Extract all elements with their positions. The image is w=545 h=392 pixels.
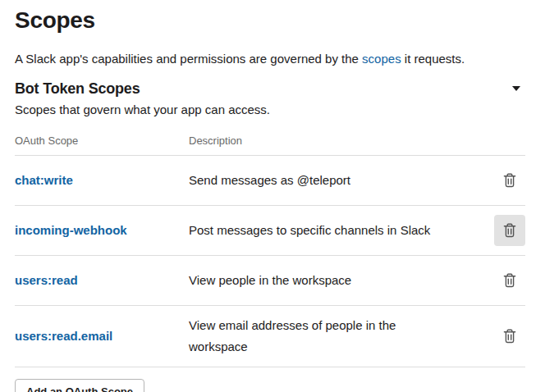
section-header: Bot Token Scopes	[15, 80, 525, 98]
scope-cell: chat:write	[15, 170, 189, 191]
scope-description: View email addresses of people in the wo…	[189, 315, 443, 358]
action-cell	[443, 215, 525, 246]
delete-scope-button[interactable]	[494, 265, 525, 296]
header-description: Description	[189, 134, 443, 148]
table-row: incoming-webhook Post messages to specif…	[15, 206, 525, 256]
scopes-page: Scopes A Slack app's capabilities and pe…	[0, 0, 545, 392]
intro-text: A Slack app's capabilities and permissio…	[15, 50, 525, 68]
trash-icon	[503, 273, 516, 288]
scopes-table: OAuth Scope Description chat:write Send …	[15, 134, 525, 367]
scope-cell: users:read.email	[15, 326, 189, 347]
add-oauth-scope-button[interactable]: Add an OAuth Scope	[15, 379, 144, 392]
header-oauth-scope: OAuth Scope	[15, 134, 189, 148]
table-body: chat:write Send messages as @teleport in…	[15, 156, 525, 367]
scope-link[interactable]: incoming-webhook	[15, 223, 127, 237]
caret-down-icon[interactable]	[512, 86, 520, 91]
trash-icon	[503, 223, 516, 238]
table-row: users:read View people in the workspace	[15, 256, 525, 306]
header-actions	[443, 134, 525, 148]
action-cell	[443, 265, 525, 296]
section-title: Bot Token Scopes	[15, 80, 140, 98]
scope-link[interactable]: users:read	[15, 273, 78, 287]
action-cell	[443, 165, 525, 196]
scope-description: Send messages as @teleport	[189, 170, 443, 191]
table-row: users:read.email View email addresses of…	[15, 306, 525, 367]
scope-description: View people in the workspace	[189, 270, 443, 291]
scope-link[interactable]: users:read.email	[15, 329, 112, 343]
intro-after: it requests.	[401, 52, 465, 66]
trash-icon	[503, 173, 516, 188]
scope-cell: incoming-webhook	[15, 220, 189, 241]
scopes-link[interactable]: scopes	[362, 52, 401, 66]
scope-link[interactable]: chat:write	[15, 173, 73, 187]
scope-description: Post messages to specific channels in Sl…	[189, 220, 443, 241]
table-row: chat:write Send messages as @teleport	[15, 156, 525, 206]
scope-cell: users:read	[15, 270, 189, 291]
action-cell	[443, 321, 525, 352]
section-subtitle: Scopes that govern what your app can acc…	[15, 101, 525, 119]
page-title: Scopes	[15, 7, 525, 34]
delete-scope-button[interactable]	[494, 321, 525, 352]
intro-before: A Slack app's capabilities and permissio…	[15, 52, 362, 66]
delete-scope-button[interactable]	[494, 215, 525, 246]
delete-scope-button[interactable]	[494, 165, 525, 196]
trash-icon	[503, 329, 516, 344]
table-header-row: OAuth Scope Description	[15, 134, 525, 156]
